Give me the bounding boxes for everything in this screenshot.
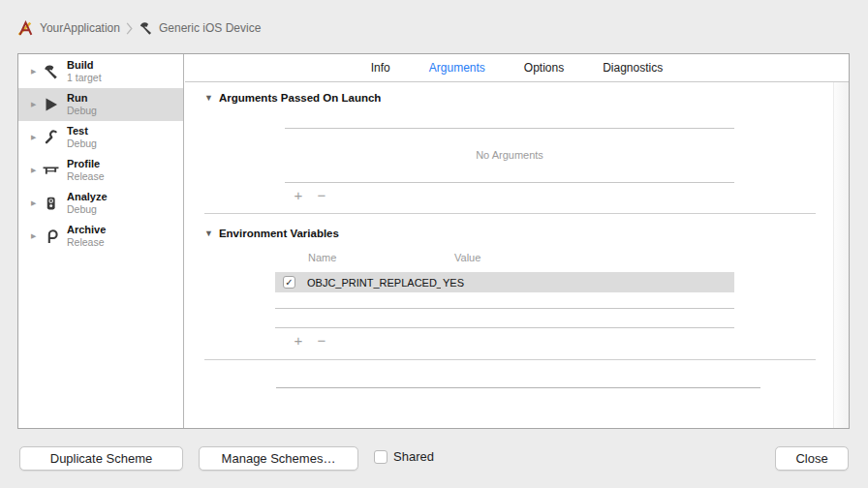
tab-options[interactable]: Options <box>524 61 564 75</box>
sidebar-item-test[interactable]: ▶ Test Debug <box>18 121 183 154</box>
environment-section-header: ▼ Environment Variables <box>204 228 339 239</box>
shared-checkbox-label: Shared <box>393 449 434 464</box>
add-argument-button[interactable]: + <box>291 188 306 202</box>
sidebar-item-subtitle: Debug <box>67 106 97 116</box>
close-button[interactable]: Close <box>775 446 849 471</box>
analyze-icon <box>42 195 60 213</box>
no-arguments-placeholder: No Arguments <box>285 149 734 161</box>
sidebar-item-run[interactable]: ▶ Run Debug <box>18 88 183 121</box>
disclosure-triangle-icon[interactable]: ▶ <box>31 232 42 240</box>
section-title: Environment Variables <box>219 228 339 239</box>
environment-variable-row[interactable]: ✓ OBJC_PRINT_REPLACED_… YES <box>275 272 734 292</box>
table-row-line <box>275 327 734 328</box>
breadcrumb: YourApplication Generic iOS Device <box>17 19 261 37</box>
remove-variable-button[interactable]: − <box>314 333 329 348</box>
table-row-line <box>275 308 734 309</box>
tab-arguments[interactable]: Arguments <box>429 61 485 75</box>
hammer-icon <box>42 63 60 81</box>
sidebar-item-subtitle: Release <box>67 171 105 182</box>
sidebar-item-label: Run <box>67 93 97 105</box>
table-border <box>285 128 734 129</box>
play-icon <box>42 96 60 114</box>
xcode-app-icon <box>17 20 34 37</box>
sidebar-item-label: Profile <box>67 159 105 170</box>
scheme-sidebar: ▶ Build 1 target ▶ Run Debug <box>18 54 184 428</box>
disclosure-triangle-icon[interactable]: ▶ <box>31 101 42 108</box>
sidebar-item-subtitle: Debug <box>67 204 108 215</box>
shared-control: Shared <box>374 449 434 464</box>
sidebar-item-label: Archive <box>67 225 106 236</box>
sidebar-item-build[interactable]: ▶ Build 1 target <box>18 55 183 88</box>
section-divider <box>204 213 816 214</box>
section-divider <box>204 359 816 360</box>
sidebar-item-subtitle: Release <box>67 237 106 248</box>
breadcrumb-destination[interactable]: Generic iOS Device <box>159 21 261 35</box>
column-header-value: Value <box>454 252 480 263</box>
breadcrumb-app-name[interactable]: YourApplication <box>40 21 120 35</box>
clamp-icon <box>42 228 60 246</box>
content-divider <box>276 387 760 388</box>
scrollbar-track[interactable] <box>833 82 849 428</box>
section-disclosure-icon[interactable]: ▼ <box>204 229 213 238</box>
column-header-name: Name <box>308 252 336 263</box>
scheme-editor-panel: ▶ Build 1 target ▶ Run Debug <box>17 53 850 429</box>
shared-checkbox[interactable] <box>374 450 388 464</box>
wrench-icon <box>42 129 60 147</box>
table-border <box>285 182 734 183</box>
row-enabled-checkbox[interactable]: ✓ <box>283 276 295 289</box>
arguments-section-header: ▼ Arguments Passed On Launch <box>204 92 381 104</box>
sidebar-item-label: Analyze <box>67 192 108 203</box>
disclosure-triangle-icon[interactable]: ▶ <box>31 134 42 141</box>
disclosure-triangle-icon[interactable]: ▶ <box>31 167 42 174</box>
env-variable-name[interactable]: OBJC_PRINT_REPLACED_… <box>307 277 441 289</box>
tab-diagnostics[interactable]: Diagnostics <box>603 61 663 75</box>
env-variable-value[interactable]: YES <box>443 277 464 289</box>
sidebar-item-label: Test <box>67 126 97 137</box>
sidebar-item-subtitle: Debug <box>67 138 97 149</box>
section-disclosure-icon[interactable]: ▼ <box>204 93 213 103</box>
caliper-icon <box>42 162 60 180</box>
add-variable-button[interactable]: + <box>291 333 306 348</box>
manage-schemes-button[interactable]: Manage Schemes… <box>199 446 358 471</box>
remove-argument-button[interactable]: − <box>314 188 329 202</box>
sidebar-item-analyze[interactable]: ▶ Analyze Debug <box>18 187 183 220</box>
sidebar-item-archive[interactable]: ▶ Archive Release <box>18 220 183 253</box>
sidebar-item-profile[interactable]: ▶ Profile Release <box>18 154 183 187</box>
sidebar-item-label: Build <box>67 60 102 72</box>
chevron-right-icon <box>126 22 133 35</box>
tab-info[interactable]: Info <box>371 61 390 75</box>
hammer-icon <box>139 21 153 36</box>
disclosure-triangle-icon[interactable]: ▶ <box>31 199 42 207</box>
disclosure-triangle-icon[interactable]: ▶ <box>31 68 42 76</box>
section-title: Arguments Passed On Launch <box>219 92 381 104</box>
sidebar-item-subtitle: 1 target <box>67 73 102 83</box>
tab-bar: Info Arguments Options Diagnostics <box>185 54 849 82</box>
duplicate-scheme-button[interactable]: Duplicate Scheme <box>19 446 183 471</box>
